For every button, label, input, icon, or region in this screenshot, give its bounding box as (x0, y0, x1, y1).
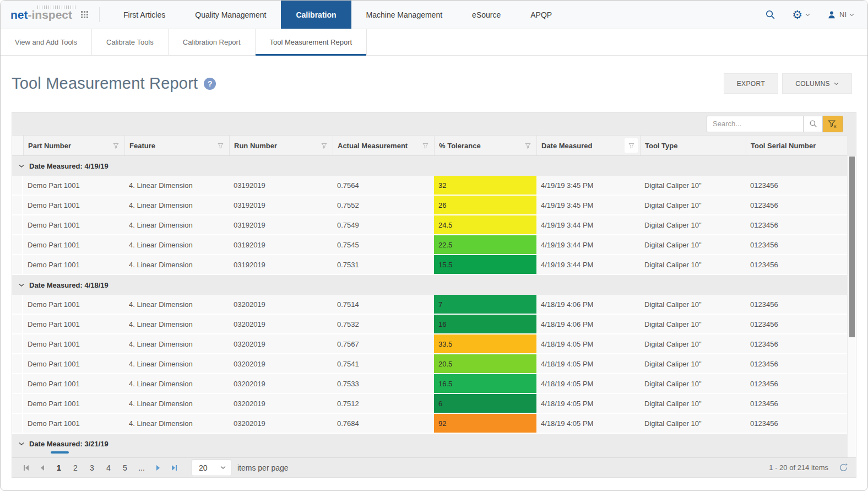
nav-item-calibration[interactable]: Calibration (281, 1, 351, 29)
column-header-tool-serial-number[interactable]: Tool Serial Number (746, 136, 847, 155)
vertical-scrollbar[interactable] (847, 156, 856, 457)
columns-button[interactable]: COLUMNS (782, 73, 852, 94)
pager-page-1[interactable]: 1 (51, 463, 67, 472)
column-header-part-number[interactable]: Part Number (23, 136, 124, 155)
expand-cell (12, 334, 23, 353)
column-filter-button[interactable] (521, 138, 534, 153)
table-row[interactable]: Demo Part 10014. Linear Dimension0320201… (12, 414, 847, 434)
refresh-icon (839, 463, 848, 472)
cell-date-measured: 4/19/19 3:45 PM (536, 196, 640, 214)
pager-pages: 12345... (51, 463, 150, 472)
table-row[interactable]: Demo Part 10014. Linear Dimension0319201… (12, 176, 847, 196)
cell-actual-measurement: 0.7541 (333, 354, 434, 373)
cell-tool-type: Digital Caliper 10" (640, 414, 746, 433)
column-header-tolerance[interactable]: % Tolerance (434, 136, 536, 155)
user-menu[interactable]: NI (827, 10, 854, 20)
table-row[interactable]: Demo Part 10014. Linear Dimension0319201… (12, 255, 847, 275)
table-row[interactable]: Demo Part 10014. Linear Dimension0320201… (12, 315, 847, 334)
pager-ellipsis[interactable]: ... (133, 463, 150, 472)
help-icon[interactable]: ? (204, 78, 216, 90)
table-row[interactable]: Demo Part 10014. Linear Dimension0320201… (12, 295, 847, 315)
table-row[interactable]: Demo Part 10014. Linear Dimension0319201… (12, 196, 847, 215)
table-header-row: Part NumberFeatureRun NumberActual Measu… (12, 135, 847, 156)
pager-page-5[interactable]: 5 (117, 463, 133, 472)
search-icon[interactable] (765, 9, 775, 20)
expand-cell (12, 315, 23, 333)
app-launcher-icon[interactable] (81, 11, 88, 18)
expand-cell (12, 176, 23, 195)
clear-filter-button[interactable] (823, 116, 843, 132)
pager-page-2[interactable]: 2 (67, 463, 84, 472)
column-header-feature[interactable]: Feature (124, 136, 229, 155)
nav-item-quality-management[interactable]: Quality Management (180, 1, 281, 29)
scrollbar-thumb[interactable] (849, 157, 855, 337)
page-header: Tool Measurement Report ? EXPORT COLUMNS (1, 56, 867, 94)
chevron-down-icon (849, 13, 854, 17)
expand-cell (12, 295, 23, 314)
cell-run-number: 03192019 (229, 255, 333, 274)
grid-panel: Part NumberFeatureRun NumberActual Measu… (12, 112, 856, 478)
nav-item-esource[interactable]: eSource (457, 1, 516, 29)
table-row[interactable]: Demo Part 10014. Linear Dimension0319201… (12, 235, 847, 255)
tab-tool-measurement-report[interactable]: Tool Measurement Report (256, 29, 367, 55)
cell-tolerance: 20.5 (434, 354, 536, 373)
table-row[interactable]: Demo Part 10014. Linear Dimension0319201… (12, 215, 847, 235)
cell-actual-measurement: 0.7532 (333, 315, 434, 333)
nav-item-apqp[interactable]: APQP (516, 1, 567, 29)
filter-clear-icon (828, 120, 837, 128)
table-row[interactable]: Demo Part 10014. Linear Dimension0320201… (12, 334, 847, 354)
tab-calibration-report[interactable]: Calibration Report (169, 29, 256, 55)
table-row[interactable]: Demo Part 10014. Linear Dimension0320201… (12, 394, 847, 414)
column-filter-button[interactable] (625, 138, 638, 153)
export-button[interactable]: EXPORT (724, 73, 779, 94)
pager-first-button[interactable] (18, 461, 34, 474)
column-filter-button[interactable] (109, 138, 122, 153)
cell-tolerance: 22.5 (434, 235, 536, 254)
column-filter-button[interactable] (419, 138, 432, 153)
column-header-label: Date Measured (541, 142, 592, 150)
column-header-date-measured[interactable]: Date Measured (536, 136, 640, 155)
settings-menu[interactable]: ⚙ (792, 9, 810, 20)
table-row[interactable]: Demo Part 10014. Linear Dimension0320201… (12, 374, 847, 394)
group-underline (51, 451, 69, 454)
column-header-run-number[interactable]: Run Number (229, 136, 333, 155)
page-size-select[interactable]: 20 (192, 460, 231, 476)
filter-icon (321, 143, 327, 149)
cell-feature: 4. Linear Dimension (124, 334, 229, 353)
cell-part-number: Demo Part 1001 (23, 235, 124, 254)
nav-item-first-articles[interactable]: First Articles (109, 1, 180, 29)
table-row[interactable]: Demo Part 10014. Linear Dimension0320201… (12, 354, 847, 374)
cell-part-number: Demo Part 1001 (23, 295, 124, 314)
cell-part-number: Demo Part 1001 (23, 354, 124, 373)
refresh-button[interactable] (839, 463, 848, 472)
pager-previous-button[interactable] (34, 461, 51, 474)
sub-tab-bar: View and Add Tools Calibrate Tools Calib… (1, 29, 867, 56)
cell-run-number: 03202019 (229, 295, 333, 314)
pager-page-4[interactable]: 4 (100, 463, 117, 472)
cell-tolerance: 16.5 (434, 374, 536, 393)
cell-tolerance: 7 (434, 295, 536, 314)
column-header-actual-measurement[interactable]: Actual Measurement (333, 136, 434, 155)
group-header[interactable]: Date Measured: 3/21/19 (12, 434, 856, 454)
pager-last-button[interactable] (166, 461, 183, 474)
cell-tool-type: Digital Caliper 10" (640, 196, 746, 214)
pager-page-3[interactable]: 3 (84, 463, 100, 472)
pager-next-button[interactable] (150, 461, 166, 474)
tab-calibrate-tools[interactable]: Calibrate Tools (92, 29, 169, 55)
search-icon (809, 120, 817, 128)
filter-icon (628, 143, 634, 149)
column-filter-button[interactable] (317, 138, 330, 153)
cell-tool-serial-number: 0123456 (746, 315, 847, 333)
group-label: Date Measured: 3/21/19 (29, 440, 109, 448)
search-input[interactable] (707, 116, 803, 132)
logo-text-inspect: -inspect (28, 8, 73, 21)
ruler-marks-icon (37, 6, 77, 9)
group-header[interactable]: Date Measured: 4/18/19 (12, 275, 856, 295)
column-filter-button[interactable] (214, 138, 227, 153)
group-header[interactable]: Date Measured: 4/19/19 (12, 156, 856, 176)
page-title: Tool Measurement Report (12, 74, 198, 93)
nav-item-machine-management[interactable]: Machine Management (351, 1, 458, 29)
column-header-tool-type[interactable]: Tool Type (640, 136, 746, 155)
search-submit-button[interactable] (803, 116, 823, 132)
tab-view-and-add-tools[interactable]: View and Add Tools (1, 29, 92, 55)
